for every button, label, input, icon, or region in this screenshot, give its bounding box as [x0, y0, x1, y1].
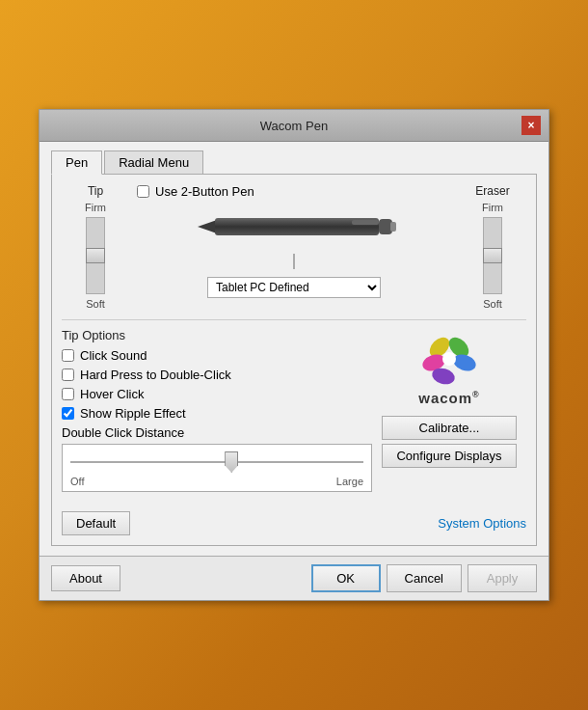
pen-svg — [188, 210, 400, 243]
eraser-firm-label: Firm — [482, 202, 503, 213]
eraser-pressure-slider[interactable] — [483, 217, 502, 294]
tip-pressure-slider[interactable] — [86, 217, 105, 294]
tip-soft-label: Soft — [86, 298, 105, 310]
tip-group: Tip Firm Soft — [62, 184, 129, 310]
footer-left: About — [51, 565, 120, 591]
tip-eraser-section: Tip Firm Soft Use 2-Button Pen — [62, 184, 526, 310]
wacom-text: wacom — [418, 390, 480, 406]
close-button[interactable]: × — [521, 116, 541, 135]
click-sound-item: Click Sound — [62, 348, 372, 363]
svg-point-9 — [451, 351, 478, 373]
configure-displays-button[interactable]: Configure Displays — [382, 444, 517, 468]
dropdown-row: Tablet PC Defined Click Right Click Doub… — [207, 277, 381, 298]
use-2button-label: Use 2-Button Pen — [155, 184, 254, 199]
ok-button[interactable]: OK — [311, 564, 381, 592]
options-section: Tip Options Click Sound Hard Press to Do… — [62, 328, 526, 502]
eraser-group: Eraser Firm Soft — [459, 184, 526, 310]
eraser-label: Eraser — [475, 184, 509, 198]
eraser-slider-thumb[interactable] — [483, 248, 502, 263]
footer: About OK Cancel Apply — [40, 556, 548, 600]
footer-center: OK Cancel Apply — [311, 564, 537, 592]
hard-press-label: Hard Press to Double-Click — [80, 368, 231, 382]
main-window: Wacom Pen × Pen Radial Menu Tip Firm Sof… — [39, 109, 549, 601]
tip-label: Tip — [88, 184, 103, 198]
click-sound-checkbox[interactable] — [62, 349, 74, 362]
svg-rect-4 — [390, 222, 396, 232]
dcd-max-label: Large — [336, 476, 363, 487]
title-bar: Wacom Pen × — [40, 110, 548, 142]
use-2button-row: Use 2-Button Pen — [137, 184, 254, 199]
apply-button[interactable]: Apply — [468, 564, 537, 592]
tab-pen[interactable]: Pen — [51, 150, 102, 175]
divider-1 — [62, 319, 526, 320]
calibrate-button[interactable]: Calibrate... — [382, 416, 517, 440]
system-options-link[interactable]: System Options — [438, 516, 526, 531]
show-ripple-label: Show Ripple Effect — [80, 406, 186, 421]
svg-rect-2 — [352, 220, 379, 225]
tab-bar: Pen Radial Menu — [51, 150, 537, 174]
pen-action-dropdown[interactable]: Tablet PC Defined Click Right Click Doub… — [207, 277, 381, 298]
tab-radial-menu[interactable]: Radial Menu — [104, 150, 203, 175]
hover-click-item: Hover Click — [62, 387, 372, 401]
window-title: Wacom Pen — [67, 119, 521, 133]
dcd-label: Double Click Distance — [62, 425, 372, 440]
svg-marker-0 — [198, 220, 217, 233]
default-button[interactable]: Default — [62, 511, 130, 535]
hard-press-checkbox[interactable] — [62, 369, 74, 381]
wacom-flower-icon — [418, 328, 480, 390]
tip-firm-label: Firm — [85, 202, 106, 213]
bottom-row: Default System Options — [62, 511, 526, 535]
svg-point-10 — [442, 352, 456, 366]
center-area: Use 2-Button Pen — [129, 184, 459, 310]
dcd-slider-container — [70, 451, 363, 474]
dcd-slider-thumb[interactable] — [225, 451, 238, 473]
dcd-slider-labels: Off Large — [70, 476, 363, 487]
options-right: wacom Calibrate... Configure Displays — [372, 328, 526, 502]
hover-click-label: Hover Click — [80, 387, 144, 401]
show-ripple-item: Show Ripple Effect — [62, 406, 372, 421]
dcd-slider-track — [70, 461, 363, 463]
dcd-box: Off Large — [62, 444, 372, 492]
eraser-soft-label: Soft — [483, 298, 502, 310]
window-body: Pen Radial Menu Tip Firm Soft — [40, 142, 548, 556]
cancel-button[interactable]: Cancel — [387, 564, 462, 592]
tip-options-label: Tip Options — [62, 328, 372, 342]
options-left: Tip Options Click Sound Hard Press to Do… — [62, 328, 372, 502]
tip-slider-thumb[interactable] — [86, 248, 105, 263]
use-2button-checkbox[interactable] — [137, 185, 149, 198]
double-click-distance-section: Double Click Distance Off Large — [62, 425, 372, 492]
pen-line — [293, 254, 295, 269]
hover-click-checkbox[interactable] — [62, 388, 74, 400]
dcd-min-label: Off — [70, 476, 84, 487]
main-panel: Tip Firm Soft Use 2-Button Pen — [51, 174, 537, 546]
wacom-logo: wacom — [418, 328, 480, 406]
pen-image — [188, 210, 400, 246]
svg-rect-3 — [379, 219, 392, 234]
show-ripple-checkbox[interactable] — [62, 407, 74, 420]
about-button[interactable]: About — [51, 565, 120, 591]
hard-press-item: Hard Press to Double-Click — [62, 368, 372, 382]
click-sound-label: Click Sound — [80, 348, 147, 363]
